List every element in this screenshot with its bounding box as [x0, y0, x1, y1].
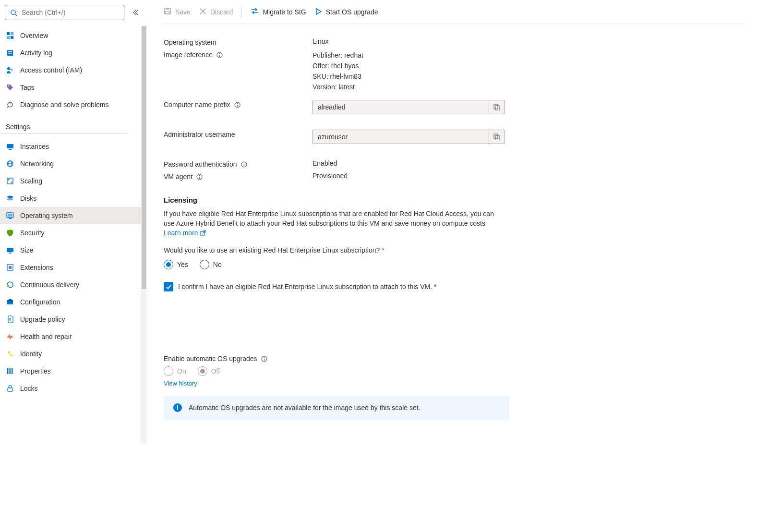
info-icon[interactable] [261, 355, 268, 362]
info-icon[interactable] [234, 101, 241, 108]
password-auth-label: Password authentication [164, 160, 237, 168]
admin-username-label: Administrator username [164, 130, 312, 138]
svg-rect-3 [11, 32, 13, 35]
operating-system-icon [6, 211, 14, 220]
properties-icon [6, 367, 14, 375]
nav-label: Configuration [20, 298, 60, 306]
cmd-label: Migrate to SIG [263, 8, 306, 16]
info-banner: i Automatic OS upgrades are not availabl… [164, 396, 509, 420]
nav-item-overview[interactable]: Overview [0, 27, 146, 44]
command-bar: Save Discard Migrate to SIG Start OS upg… [164, 0, 746, 24]
nav-item-disks[interactable]: Disks [0, 190, 146, 207]
instances-icon [6, 142, 14, 151]
extensions-icon [6, 263, 14, 272]
svg-rect-5 [11, 36, 13, 39]
search-input[interactable] [22, 9, 120, 16]
shield-icon [6, 229, 14, 237]
nav-item-health-repair[interactable]: Health and repair [0, 328, 146, 345]
os-label: Operating system [164, 37, 312, 46]
svg-point-9 [7, 67, 10, 70]
nav-item-locks[interactable]: Locks [0, 380, 146, 397]
nav-item-scaling[interactable]: Scaling [0, 172, 146, 190]
svg-point-33 [8, 351, 11, 354]
nav-label: Access control (IAM) [20, 66, 82, 74]
overview-icon [6, 31, 14, 40]
svg-rect-14 [7, 144, 13, 148]
search-box[interactable] [5, 5, 124, 20]
svg-rect-15 [9, 149, 12, 150]
nav-item-properties[interactable]: Properties [0, 363, 146, 380]
nav-item-diagnose[interactable]: Diagnose and solve problems [0, 96, 146, 113]
lock-icon [6, 384, 14, 393]
nav-label: Activity log [20, 49, 52, 57]
licensing-radio-group: Yes No [164, 260, 673, 269]
admin-username-value: azureuser [313, 133, 489, 141]
nav-item-upgrade-policy[interactable]: Upgrade policy [0, 311, 146, 328]
auto-upgrade-label: Enable automatic OS upgrades [164, 355, 257, 363]
sidebar-scrollbar[interactable] [141, 26, 146, 444]
nav-item-networking[interactable]: Networking [0, 155, 146, 172]
nav-item-size[interactable]: Size [0, 242, 146, 259]
cmd-label: Discard [210, 8, 233, 16]
nav-label: Security [20, 229, 45, 237]
nav-label: Operating system [20, 212, 73, 219]
nav-label: Properties [20, 367, 51, 375]
size-icon [6, 246, 14, 254]
nav-item-tags[interactable]: Tags [0, 79, 146, 96]
svg-point-44 [219, 53, 220, 54]
svg-rect-24 [9, 218, 12, 219]
configuration-icon [6, 298, 14, 306]
svg-point-20 [7, 196, 13, 198]
identity-icon [6, 350, 14, 358]
upgrade-policy-icon [6, 315, 14, 324]
info-icon[interactable] [196, 173, 203, 180]
sidebar-scrollbar-thumb[interactable] [142, 26, 146, 289]
nav-label: Overview [20, 32, 48, 39]
nav-item-configuration[interactable]: Configuration [0, 293, 146, 311]
vm-agent-label: VM agent [164, 173, 192, 181]
view-history-link[interactable]: View history [164, 380, 197, 387]
svg-rect-37 [8, 388, 12, 391]
health-icon [6, 332, 14, 341]
computer-name-prefix-field: alreadied [312, 100, 505, 114]
info-icon: i [173, 403, 182, 412]
radio-yes[interactable]: Yes [164, 260, 188, 269]
svg-rect-23 [8, 214, 12, 217]
nav-item-instances[interactable]: Instances [0, 138, 146, 155]
collapse-sidebar-button[interactable] [129, 6, 142, 19]
copy-button[interactable] [489, 100, 504, 114]
nav-top: Overview Activity log Access control (IA… [0, 25, 146, 113]
svg-point-54 [244, 163, 245, 164]
nav-item-continuous-delivery[interactable]: Continuous delivery [0, 276, 146, 293]
password-auth-value: Enabled [312, 159, 673, 167]
nav-item-activity-log[interactable]: Activity log [0, 44, 146, 61]
nav-label: Diagnose and solve problems [20, 101, 108, 109]
migrate-sig-button[interactable]: Migrate to SIG [251, 7, 306, 16]
info-icon[interactable] [241, 161, 248, 168]
discard-icon [199, 8, 206, 16]
nav-item-extensions[interactable]: Extensions [0, 259, 146, 276]
nav-item-security[interactable]: Security [0, 224, 146, 242]
svg-rect-31 [7, 300, 13, 302]
radio-off: Off [198, 366, 220, 376]
copy-button[interactable] [489, 130, 504, 144]
nav-item-operating-system[interactable]: Operating system [0, 207, 146, 224]
svg-rect-40 [166, 12, 169, 14]
learn-more-link[interactable]: Learn more [164, 228, 206, 238]
svg-rect-7 [8, 51, 12, 52]
confirm-checkbox[interactable] [164, 282, 173, 291]
info-icon[interactable] [216, 51, 223, 58]
radio-on: On [164, 366, 186, 376]
svg-point-29 [7, 285, 9, 287]
radio-no[interactable]: No [200, 260, 222, 269]
command-bar-separator [241, 7, 242, 17]
svg-rect-32 [9, 299, 12, 300]
nav-label: Tags [20, 84, 35, 91]
nav-label: Size [20, 246, 33, 254]
continuous-delivery-icon [6, 280, 14, 289]
nav-section-settings: Settings [0, 113, 127, 134]
nav-item-identity[interactable]: Identity [0, 345, 146, 363]
start-os-upgrade-button[interactable]: Start OS upgrade [315, 8, 378, 16]
cmd-label: Start OS upgrade [326, 8, 378, 16]
nav-item-access-control[interactable]: Access control (IAM) [0, 61, 146, 79]
